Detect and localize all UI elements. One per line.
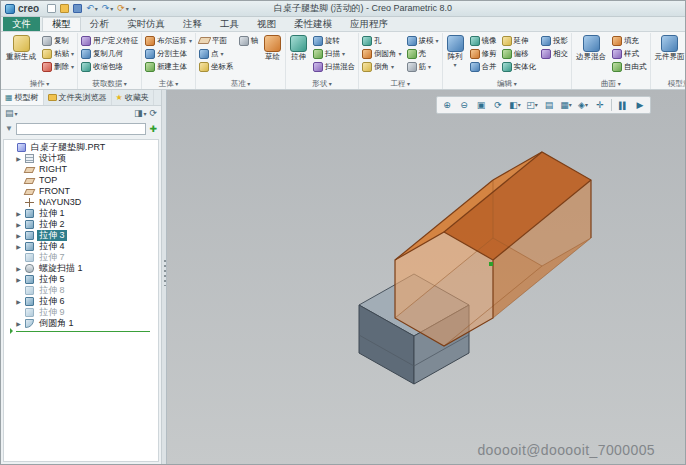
datum-display-button[interactable]: ▦▾: [558, 98, 574, 112]
selection-handle[interactable]: [489, 262, 493, 266]
swept-blend-button[interactable]: 扫描混合: [312, 60, 356, 73]
trim-button[interactable]: 修剪: [469, 47, 498, 60]
tab-analysis[interactable]: 分析: [81, 17, 118, 31]
refit-button[interactable]: ▣: [473, 98, 489, 112]
redo-button[interactable]: ↷▾: [102, 4, 114, 13]
new-body-button[interactable]: 新建主体: [144, 60, 193, 73]
group-label-get-data[interactable]: 获取数据: [80, 79, 139, 89]
open-button[interactable]: [60, 4, 69, 13]
revolve-button[interactable]: 旋转: [312, 34, 356, 47]
3d-model[interactable]: [167, 90, 685, 464]
group-label-operations[interactable]: 操作: [4, 79, 75, 89]
extrude-button[interactable]: 拉伸: [288, 34, 309, 62]
component-interface-button[interactable]: 元件界面: [653, 34, 686, 62]
rib-button[interactable]: 筋▾: [406, 60, 440, 73]
group-label-engineering[interactable]: 工程: [361, 79, 440, 89]
group-label-datum[interactable]: 基准: [198, 79, 283, 89]
insert-here-indicator[interactable]: [16, 331, 150, 334]
expand-arrow-icon[interactable]: ▶: [15, 277, 22, 283]
graphics-area[interactable]: ⊕ ⊖ ▣ ⟳ ◧▾ ◰▾ ▤ ▦▾ ◈▾ ✛ ▌▌ ▶ dooooit@doo…: [167, 90, 685, 464]
pause-button[interactable]: ▌▌: [615, 98, 631, 112]
tree-item-extrude-3[interactable]: ▶拉伸 3: [4, 230, 158, 241]
group-label-body[interactable]: 主体: [144, 79, 193, 89]
display-style-button[interactable]: ◧▾: [507, 98, 523, 112]
sweep-button[interactable]: 扫描▾: [312, 47, 356, 60]
datum-point-button[interactable]: 点▾: [198, 47, 235, 60]
expand-arrow-icon[interactable]: ▶: [15, 321, 22, 327]
hole-button[interactable]: 孔: [361, 34, 403, 47]
group-label-shapes[interactable]: 形状: [288, 79, 356, 89]
tree-item-top-plane[interactable]: TOP: [4, 175, 158, 186]
resume-button[interactable]: ▶: [632, 98, 648, 112]
expand-arrow-icon[interactable]: ▶: [15, 266, 22, 272]
group-label-editing[interactable]: 编辑: [445, 79, 570, 89]
style-button[interactable]: 样式: [611, 47, 648, 60]
zoom-out-button[interactable]: ⊖: [456, 98, 472, 112]
boolean-operations-button[interactable]: 布尔运算▾: [144, 34, 193, 47]
copy-geometry-button[interactable]: 复制几何: [80, 47, 139, 60]
extend-button[interactable]: 延伸: [501, 34, 538, 47]
tab-live-simulation[interactable]: 实时仿真: [118, 17, 174, 31]
expand-arrow-icon[interactable]: ▶: [15, 211, 22, 217]
tree-item-suppressed-extrude[interactable]: 拉伸 8: [4, 285, 158, 296]
regenerate-button[interactable]: 重新生成: [4, 34, 38, 62]
shell-button[interactable]: 壳: [406, 47, 440, 60]
copy-button[interactable]: 复制: [41, 34, 75, 47]
round-button[interactable]: 倒圆角▾: [361, 47, 403, 60]
view-manager-button[interactable]: ▤: [541, 98, 557, 112]
tab-model-tree[interactable]: ▦ 模型树: [1, 90, 44, 105]
tree-item-design-items[interactable]: ▶设计项: [4, 153, 158, 164]
tree-item-extrude-4[interactable]: ▶拉伸 4: [4, 241, 158, 252]
tree-item-helical-sweep-1[interactable]: ▶螺旋扫描 1: [4, 263, 158, 274]
mirror-button[interactable]: 镜像: [469, 34, 498, 47]
undo-button[interactable]: ↶▾: [86, 4, 98, 13]
save-button[interactable]: [73, 4, 82, 13]
annotation-display-button[interactable]: ◈▾: [575, 98, 591, 112]
delete-button[interactable]: 删除▾: [41, 60, 75, 73]
tab-file[interactable]: 文件: [3, 17, 40, 31]
datum-axis-button[interactable]: 轴: [238, 34, 260, 47]
tab-model[interactable]: 模型: [42, 17, 81, 31]
group-label-model-intent[interactable]: 模型意图: [653, 79, 686, 89]
repaint-button[interactable]: ⟳: [490, 98, 506, 112]
pattern-button[interactable]: 阵列 ▾: [445, 34, 466, 69]
saved-orientations-button[interactable]: ◰▾: [524, 98, 540, 112]
datum-csys-button[interactable]: 坐标系: [198, 60, 235, 73]
tree-item-round-1[interactable]: ▶倒圆角 1: [4, 318, 158, 329]
expand-arrow-icon[interactable]: ▶: [15, 222, 22, 228]
tree-item-right-plane[interactable]: RIGHT: [4, 164, 158, 175]
expand-arrow-icon[interactable]: ▶: [15, 299, 22, 305]
freestyle-button[interactable]: 自由式: [611, 60, 648, 73]
solidify-button[interactable]: 实体化: [501, 60, 538, 73]
tree-item-root[interactable]: 白桌子腿垫脚.PRT: [4, 142, 158, 153]
chamfer-button[interactable]: 倒角▾: [361, 60, 403, 73]
tab-favorites[interactable]: ★ 收藏夹: [112, 90, 154, 105]
tree-filter-input[interactable]: [16, 123, 147, 135]
zoom-in-button[interactable]: ⊕: [439, 98, 455, 112]
user-defined-feature-button[interactable]: 用户定义特征: [80, 34, 139, 47]
new-file-button[interactable]: [47, 4, 56, 13]
tree-item-extrude-5[interactable]: ▶拉伸 5: [4, 274, 158, 285]
tab-view[interactable]: 视图: [248, 17, 285, 31]
quick-access-customize-button[interactable]: ▾: [133, 6, 136, 12]
tree-item-suppressed-extrude[interactable]: 拉伸 9: [4, 307, 158, 318]
fill-button[interactable]: 填充: [611, 34, 648, 47]
tab-applications[interactable]: 应用程序: [341, 17, 397, 31]
expand-arrow-icon[interactable]: ▶: [15, 244, 22, 250]
tab-flexible-modeling[interactable]: 柔性建模: [285, 17, 341, 31]
boundary-blend-button[interactable]: 边界混合: [574, 34, 608, 62]
intersect-button[interactable]: 相交: [540, 47, 569, 60]
tab-annotate[interactable]: 注释: [174, 17, 211, 31]
shrinkwrap-button[interactable]: 收缩包络: [80, 60, 139, 73]
split-body-button[interactable]: 分割主体: [144, 47, 193, 60]
group-label-surfaces[interactable]: 曲面: [574, 79, 648, 89]
tree-display-button[interactable]: ▤ ▾: [5, 109, 18, 118]
offset-button[interactable]: 偏移: [501, 47, 538, 60]
datum-plane-button[interactable]: 平面: [198, 34, 235, 47]
tree-item-extrude-2[interactable]: ▶拉伸 2: [4, 219, 158, 230]
tab-tools[interactable]: 工具: [211, 17, 248, 31]
expand-arrow-icon[interactable]: ▶: [15, 233, 22, 239]
paste-button[interactable]: 粘贴▾: [41, 47, 75, 60]
regenerate-quick-button[interactable]: ⟳▾: [117, 4, 129, 13]
tree-item-extrude-1[interactable]: ▶拉伸 1: [4, 208, 158, 219]
